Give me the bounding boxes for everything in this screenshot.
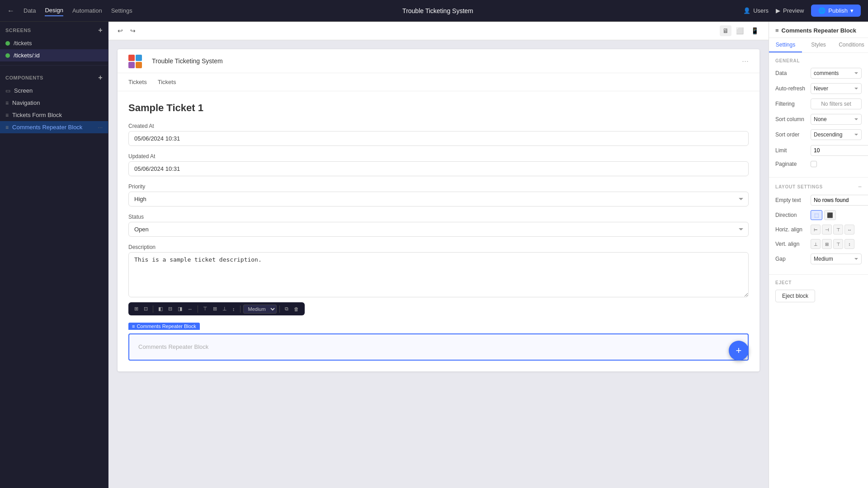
ft-icon2[interactable]: ⊡ [142, 304, 150, 314]
rp-gap-label: Gap [775, 256, 807, 262]
rp-tab-conditions[interactable]: Conditions [835, 38, 868, 52]
rp-eject-section: EJECT Eject block [769, 274, 868, 308]
rp-filtering-label: Filtering [775, 101, 807, 107]
screen-label-tickets: /tickets [14, 40, 32, 47]
rp-horiz-align-label: Horiz. align [775, 226, 807, 233]
add-screen-button[interactable]: + [98, 26, 103, 34]
app-menu-button[interactable]: ··· [742, 56, 749, 66]
priority-select[interactable]: High Medium Low [128, 192, 749, 206]
ft-align-left[interactable]: ◧ [156, 304, 165, 314]
rp-block-icon: ≡ [775, 27, 779, 34]
nav-tickets-1[interactable]: Tickets [128, 77, 147, 87]
rp-vert-stretch[interactable]: ↕ [844, 239, 854, 249]
tab-data[interactable]: Data [24, 5, 36, 16]
desktop-view-button[interactable]: 🖥 [720, 25, 731, 36]
ft-valign-bot[interactable]: ⊥ [220, 304, 229, 314]
repeater-block[interactable]: Comments Repeater Block [128, 333, 749, 361]
rp-sort-col-row: Sort column None [775, 114, 862, 125]
nav-tickets-2[interactable]: Tickets [158, 77, 176, 87]
rp-paginate-label: Paginate [775, 161, 807, 167]
ft-delete[interactable]: 🗑 [292, 305, 301, 314]
publish-button[interactable]: 🌐 Publish ▾ [811, 5, 861, 17]
rp-sort-col-select[interactable]: None [811, 114, 862, 125]
screen-item-tickets-id[interactable]: /tickets/:id [0, 49, 108, 61]
status-select[interactable]: Open Closed In Progress [128, 222, 749, 237]
rp-limit-input[interactable] [811, 145, 868, 156]
redo-button[interactable]: ↪ [128, 26, 137, 35]
rp-sort-order-select[interactable]: Descending Ascending [811, 129, 862, 140]
description-textarea[interactable]: This is a sample ticket description. [128, 252, 749, 297]
rp-gap-select[interactable]: Medium Small Large [811, 253, 862, 264]
rp-block-title: Comments Repeater Block [782, 27, 856, 34]
rp-paginate-checkbox[interactable] [811, 161, 817, 167]
main-layout: Screens + /tickets /tickets/:id Componen… [0, 22, 868, 488]
screens-section-header: Screens + [0, 22, 108, 37]
rp-tab-settings[interactable]: Settings [769, 38, 802, 52]
back-button[interactable]: ← [7, 7, 14, 15]
ft-size-select[interactable]: Medium [243, 305, 277, 314]
screen-item-tickets[interactable]: /tickets [0, 37, 108, 49]
right-panel: ≡ Comments Repeater Block Settings Style… [769, 22, 868, 488]
component-tickets-form-label: Tickets Form Block [12, 112, 62, 118]
ft-valign-mid[interactable]: ⊞ [211, 304, 219, 314]
repeater-wrapper: ≡ Comments Repeater Block Comments Repea… [128, 333, 749, 361]
ft-copy[interactable]: ⧉ [283, 304, 291, 314]
rp-eject-button[interactable]: Eject block [775, 290, 815, 302]
rp-limit-label: Limit [775, 147, 807, 154]
tab-automation[interactable]: Automation [72, 5, 102, 16]
component-screen-label: Screen [14, 87, 33, 94]
ft-align-right[interactable]: ◨ [175, 304, 184, 314]
tab-design[interactable]: Design [45, 5, 63, 16]
updated-at-input[interactable] [128, 161, 749, 176]
app-content: Sample Ticket 1 Created At Updated At Pr… [118, 91, 760, 371]
rp-tab-styles[interactable]: Styles [802, 38, 835, 52]
canvas-area: ↩ ↪ 🖥 ⬜ 📱 [108, 22, 769, 488]
rp-horiz-right[interactable]: ⊤ [833, 225, 843, 235]
mobile-view-button[interactable]: 📱 [748, 25, 761, 36]
ft-distribute[interactable]: ↔ [185, 305, 195, 314]
rp-autorefresh-select[interactable]: Never 5s 10s [811, 83, 862, 94]
app-header-title: Trouble Ticketing System [152, 57, 223, 65]
logo-purple [128, 62, 135, 68]
preview-button[interactable]: ▶ Preview [776, 7, 804, 14]
rp-vert-top[interactable]: ⊥ [811, 239, 821, 249]
fab-button[interactable]: + [729, 341, 749, 361]
add-component-button[interactable]: + [98, 74, 103, 82]
topbar: ← Data Design Automation Settings Troubl… [0, 0, 868, 22]
rp-horiz-stretch[interactable]: ↔ [844, 225, 854, 235]
rp-dir-horizontal[interactable]: ⬛ [824, 210, 836, 220]
ft-align-center[interactable]: ⊟ [166, 304, 175, 314]
rp-filter-button[interactable]: No filters set [811, 99, 862, 109]
tab-settings[interactable]: Settings [111, 5, 132, 16]
users-button[interactable]: 👤 Users [743, 7, 769, 14]
rp-sort-order-row: Sort order Descending Ascending [775, 129, 862, 140]
component-comments-repeater-label: Comments Repeater Block [12, 124, 82, 131]
tablet-view-button[interactable]: ⬜ [733, 25, 746, 36]
screen-label-tickets-id: /tickets/:id [14, 52, 40, 59]
rp-horiz-left[interactable]: ⊢ [811, 225, 821, 235]
component-more-button[interactable]: ··· [98, 124, 103, 131]
rp-horiz-center[interactable]: ⊣ [822, 225, 832, 235]
undo-button[interactable]: ↩ [116, 26, 125, 35]
created-at-input[interactable] [128, 131, 749, 146]
component-tickets-form[interactable]: ≡ Tickets Form Block [0, 109, 108, 121]
users-icon: 👤 [743, 7, 750, 14]
rp-empty-text-row: Empty text ⚡ [775, 195, 862, 206]
components-title: Components [5, 75, 43, 80]
components-list: ▭ Screen ≡ Navigation ≡ Tickets Form Blo… [0, 84, 108, 488]
ft-icon1[interactable]: ⊞ [132, 304, 141, 314]
rp-autorefresh-label: Auto-refresh [775, 85, 807, 92]
rp-vert-middle[interactable]: ⊞ [822, 239, 832, 249]
component-navigation[interactable]: ≡ Navigation [0, 97, 108, 109]
rp-data-select[interactable]: comments [811, 68, 862, 79]
rp-vert-bottom[interactable]: ⊤ [833, 239, 843, 249]
rp-dir-vertical[interactable]: ⬚ [811, 210, 822, 220]
ft-valign-top[interactable]: ⊤ [201, 304, 210, 314]
component-comments-repeater[interactable]: ≡ Comments Repeater Block ··· [0, 121, 108, 133]
ft-vdistribute[interactable]: ↕ [230, 305, 237, 314]
rp-general-section: GENERAL Data comments Auto-refresh Never… [769, 53, 868, 177]
rp-empty-text-input[interactable] [811, 195, 868, 206]
component-screen[interactable]: ▭ Screen [0, 84, 108, 97]
rp-layout-title: LAYOUT SETTINGS [775, 184, 823, 189]
rp-layout-collapse[interactable]: − [858, 183, 862, 190]
